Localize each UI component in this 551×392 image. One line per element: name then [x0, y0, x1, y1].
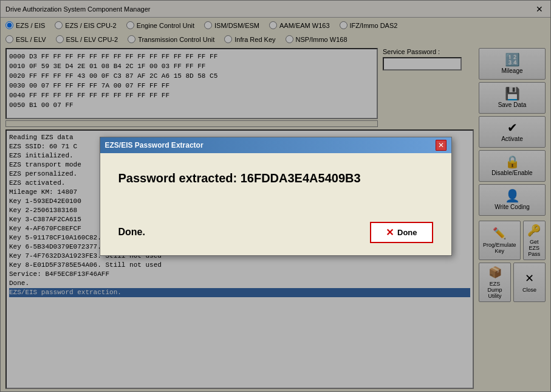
- modal-done-x-icon: ✕: [386, 227, 394, 238]
- modal-done-button[interactable]: ✕ Done: [370, 222, 433, 243]
- modal-title: EZS/EIS Password Extractor: [105, 141, 204, 150]
- modal-body: Password extracted: 16FDDA3E4A5409B3: [100, 153, 451, 222]
- modal-done-button-label: Done: [397, 228, 417, 237]
- modal-password-text: Password extracted: 16FDDA3E4A5409B3: [118, 171, 433, 185]
- modal-done-label: Done.: [118, 227, 145, 238]
- modal-footer: Done. ✕ Done: [100, 222, 451, 255]
- modal-dialog: EZS/EIS Password Extractor ✕ Password ex…: [100, 137, 452, 256]
- modal-close-button[interactable]: ✕: [436, 140, 447, 151]
- modal-overlay: EZS/EIS Password Extractor ✕ Password ex…: [0, 0, 551, 392]
- modal-title-bar: EZS/EIS Password Extractor ✕: [100, 137, 451, 153]
